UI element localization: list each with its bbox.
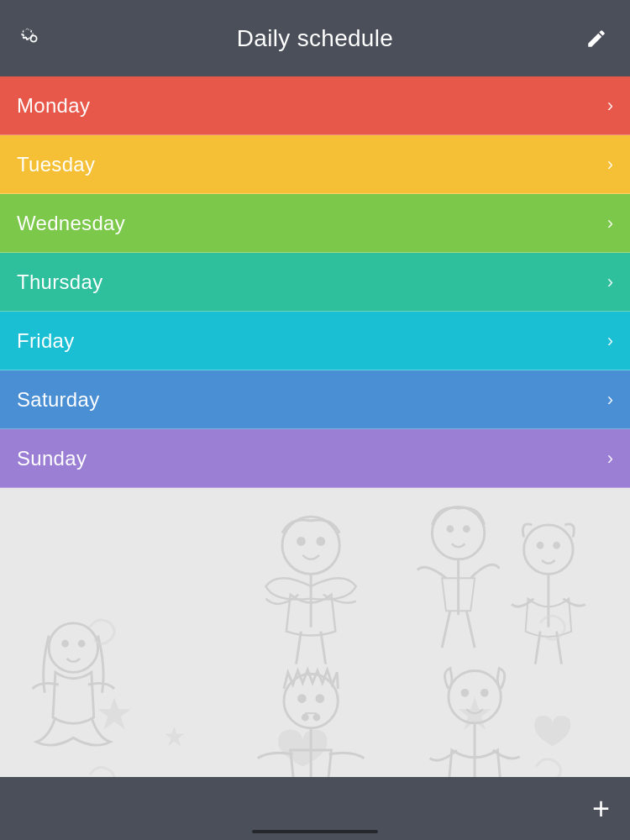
edit-button[interactable] — [581, 24, 612, 54]
svg-line-4 — [297, 632, 302, 664]
chevron-icon-monday: › — [607, 95, 613, 117]
day-row-friday[interactable]: Friday› — [0, 312, 630, 370]
chevron-icon-sunday: › — [607, 448, 613, 470]
day-label-monday: Monday — [17, 94, 90, 118]
chevron-icon-friday: › — [607, 330, 613, 352]
day-label-thursday: Thursday — [17, 270, 102, 294]
day-label-tuesday: Tuesday — [17, 153, 95, 176]
svg-point-25 — [299, 696, 306, 702]
bottom-toolbar: + — [0, 777, 630, 840]
svg-point-1 — [298, 538, 305, 544]
svg-point-6 — [432, 507, 484, 559]
chevron-icon-saturday: › — [607, 389, 613, 411]
svg-point-7 — [448, 527, 453, 532]
add-button[interactable]: + — [592, 794, 610, 824]
day-row-tuesday[interactable]: Tuesday› — [0, 135, 630, 194]
settings-button[interactable] — [18, 24, 49, 54]
svg-point-13 — [538, 543, 543, 548]
chevron-icon-wednesday: › — [607, 213, 613, 234]
days-list: Monday›Tuesday›Wednesday›Thursday›Friday… — [0, 76, 630, 488]
svg-point-18 — [49, 623, 98, 673]
page-title: Daily schedule — [237, 25, 393, 52]
svg-line-5 — [321, 632, 326, 664]
svg-point-28 — [302, 715, 307, 720]
day-label-friday: Friday — [17, 329, 74, 353]
chevron-icon-tuesday: › — [607, 154, 613, 176]
svg-point-35 — [481, 690, 487, 696]
day-row-wednesday[interactable]: Wednesday› — [0, 194, 630, 253]
svg-point-34 — [462, 690, 468, 696]
day-label-wednesday: Wednesday — [17, 212, 125, 235]
svg-point-14 — [554, 543, 559, 548]
day-row-monday[interactable]: Monday› — [0, 76, 630, 135]
day-row-thursday[interactable]: Thursday› — [0, 253, 630, 312]
chevron-icon-thursday: › — [607, 271, 613, 293]
home-bar — [252, 830, 378, 833]
svg-marker-21 — [98, 697, 131, 730]
svg-point-0 — [282, 517, 339, 574]
day-row-sunday[interactable]: Sunday› — [0, 429, 630, 488]
svg-point-2 — [318, 538, 324, 544]
day-label-sunday: Sunday — [17, 447, 87, 470]
svg-point-19 — [63, 641, 68, 646]
svg-point-26 — [317, 696, 323, 702]
svg-point-12 — [524, 525, 574, 575]
background-decoration — [0, 488, 630, 816]
svg-line-10 — [442, 611, 450, 648]
header: Daily schedule — [0, 0, 630, 76]
svg-point-20 — [79, 641, 84, 646]
svg-line-11 — [466, 611, 475, 648]
day-label-saturday: Saturday — [17, 388, 99, 412]
svg-point-8 — [464, 527, 469, 532]
svg-point-29 — [314, 715, 319, 720]
svg-marker-22 — [165, 727, 184, 746]
day-row-saturday[interactable]: Saturday› — [0, 370, 630, 429]
